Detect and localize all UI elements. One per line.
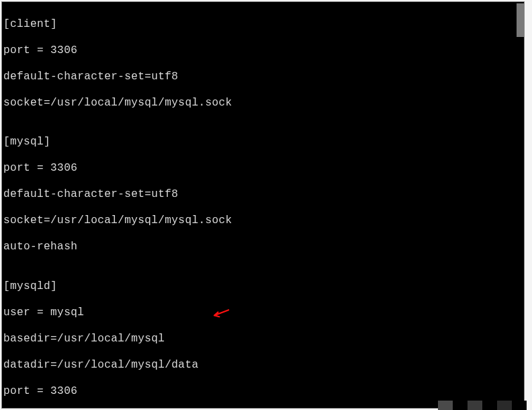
config-line: port = 3306: [3, 162, 523, 175]
terminal-window: [client] port = 3306 default-character-s…: [1, 1, 525, 409]
pixel-block: [468, 401, 482, 410]
config-line: port = 3306: [3, 385, 523, 399]
scrollbar-thumb[interactable]: [517, 3, 524, 37]
config-line: default-character-set=utf8: [3, 188, 523, 202]
config-line: default-character-set=utf8: [3, 71, 523, 84]
config-line: socket=/usr/local/mysql/mysql.sock: [3, 97, 523, 110]
config-line: user = mysql: [3, 306, 523, 320]
pixel-block: [497, 401, 512, 410]
config-line: datadir=/usr/local/mysql/data: [3, 359, 523, 372]
config-line: socket=/usr/local/mysql/mysql.sock: [3, 214, 523, 228]
pixelation-overlay: [438, 401, 532, 410]
arrow-annotation-icon: [210, 306, 231, 323]
config-line: auto-rehash: [3, 241, 523, 254]
pixel-block: [482, 401, 497, 410]
pixel-block: [453, 401, 468, 410]
pixel-block: [512, 401, 527, 410]
config-file-content[interactable]: [client] port = 3306 default-character-s…: [2, 2, 524, 409]
config-line: basedir=/usr/local/mysql: [3, 333, 523, 346]
config-line: [mysql]: [3, 136, 523, 149]
config-line: port = 3306: [3, 44, 523, 58]
config-line: [mysqld]: [3, 280, 523, 294]
config-line: [client]: [3, 18, 523, 32]
pixel-block: [438, 401, 453, 410]
